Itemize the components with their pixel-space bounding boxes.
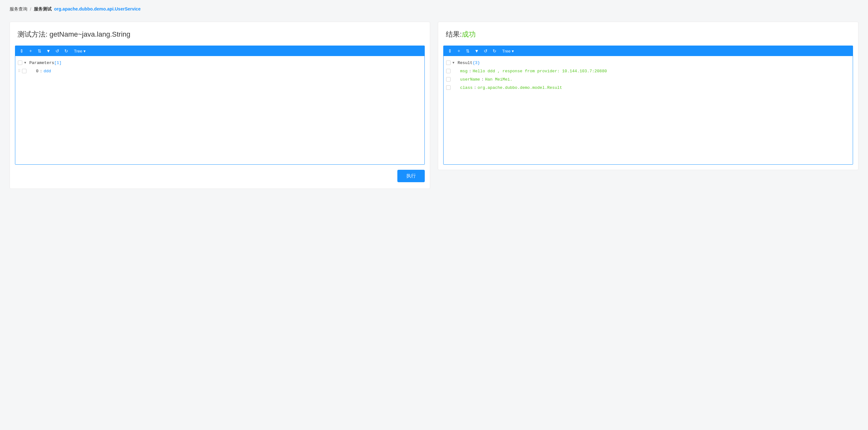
left-toolbar: ⇕ ＋ ⇅ ▼ ↺ ↻ Tree ▾	[15, 46, 425, 56]
parameters-count: [1]	[54, 61, 62, 65]
r-expand-collapse-icon[interactable]: ⇕	[447, 48, 453, 54]
param-value-0: ddd	[44, 69, 51, 74]
breadcrumb-current: 服务测试 org.apache.dubbo.demo.api.UserServi…	[34, 6, 141, 12]
param-checkbox-0[interactable]	[22, 69, 26, 73]
param-row-0: ⠿ 0 : ddd	[15, 67, 425, 75]
r-tree-label: Tree	[502, 49, 510, 54]
r-sort-icon[interactable]: ⇅	[465, 48, 471, 54]
r-filter-icon[interactable]: ▼	[473, 48, 480, 54]
breadcrumb: 服务查询 / 服务测试 org.apache.dubbo.demo.api.Us…	[9, 6, 859, 12]
breadcrumb-service-name: org.apache.dubbo.demo.api.UserService	[54, 6, 141, 11]
r-tree-dropdown[interactable]: Tree ▾	[500, 48, 516, 54]
result-status: 成功	[462, 30, 476, 38]
right-json-body: ▼ Result {3} msg : Hello ddd , response …	[443, 56, 853, 164]
result-key: Result	[458, 61, 472, 65]
add-icon[interactable]: ＋	[27, 48, 34, 54]
right-json-editor: ⇕ ＋ ⇅ ▼ ↺ ↻ Tree ▾ ▼ Result {3}	[443, 45, 853, 165]
breadcrumb-link[interactable]: 服务查询	[9, 6, 27, 12]
result-checkbox[interactable]	[446, 61, 451, 65]
drag-handle[interactable]: ⠿	[18, 69, 21, 74]
r-add-icon[interactable]: ＋	[456, 48, 462, 54]
right-toolbar: ⇕ ＋ ⇅ ▼ ↺ ↻ Tree ▾	[443, 46, 853, 56]
r-redo-icon[interactable]: ↻	[491, 48, 498, 54]
class-checkbox[interactable]	[446, 86, 451, 90]
tree-label: Tree	[74, 49, 82, 54]
parameters-checkbox[interactable]	[18, 61, 22, 65]
expand-collapse-icon[interactable]: ⇕	[19, 48, 25, 54]
result-title: 结果:成功	[438, 22, 858, 45]
undo-icon[interactable]: ↺	[54, 48, 61, 54]
left-json-editor: ⇕ ＋ ⇅ ▼ ↺ ↻ Tree ▾ ▼ Parameters [1]	[15, 45, 425, 165]
parameters-key: Parameters	[29, 61, 54, 65]
sort-icon[interactable]: ⇅	[36, 48, 43, 54]
msg-key: msg	[460, 69, 467, 74]
result-row-msg: msg : Hello ddd , response from provider…	[443, 67, 853, 75]
execute-button[interactable]: 执行	[397, 170, 425, 182]
breadcrumb-separator: /	[30, 7, 31, 12]
username-value: Han MeiMei.	[485, 77, 513, 82]
msg-value: Hello ddd , response from provider: 10.1…	[472, 69, 607, 74]
username-key: userName	[460, 77, 480, 82]
redo-icon[interactable]: ↻	[63, 48, 69, 54]
filter-icon[interactable]: ▼	[45, 48, 52, 54]
main-content: 测试方法: getName~java.lang.String ⇕ ＋ ⇅ ▼ ↺…	[9, 22, 859, 189]
tree-dropdown-arrow: ▾	[84, 49, 86, 54]
left-panel: 测试方法: getName~java.lang.String ⇕ ＋ ⇅ ▼ ↺…	[9, 22, 430, 189]
class-key: class	[460, 86, 472, 90]
username-checkbox[interactable]	[446, 77, 451, 81]
result-row: ▼ Result {3}	[443, 59, 853, 67]
result-row-username: userName : Han MeiMei.	[443, 75, 853, 84]
right-panel: 结果:成功 ⇕ ＋ ⇅ ▼ ↺ ↻ Tree ▾ ▼	[438, 22, 859, 170]
result-row-class: class : org.apache.dubbo.demo.model.Resu…	[443, 84, 853, 92]
tree-dropdown[interactable]: Tree ▾	[72, 48, 88, 54]
r-undo-icon[interactable]: ↺	[483, 48, 489, 54]
class-value: org.apache.dubbo.demo.model.Result	[478, 86, 562, 90]
r-tree-dropdown-arrow: ▾	[512, 49, 514, 54]
parameters-arrow[interactable]: ▼	[24, 61, 28, 65]
parameters-row: ▼ Parameters [1]	[15, 59, 425, 67]
result-count: {3}	[472, 61, 480, 65]
panel-title: 测试方法: getName~java.lang.String	[10, 22, 430, 45]
left-json-body: ▼ Parameters [1] ⠿ 0 : ddd	[15, 56, 425, 164]
msg-checkbox[interactable]	[446, 69, 451, 73]
result-arrow[interactable]: ▼	[453, 61, 456, 65]
execute-row: 执行	[10, 170, 430, 189]
param-index-0: 0	[36, 69, 38, 74]
